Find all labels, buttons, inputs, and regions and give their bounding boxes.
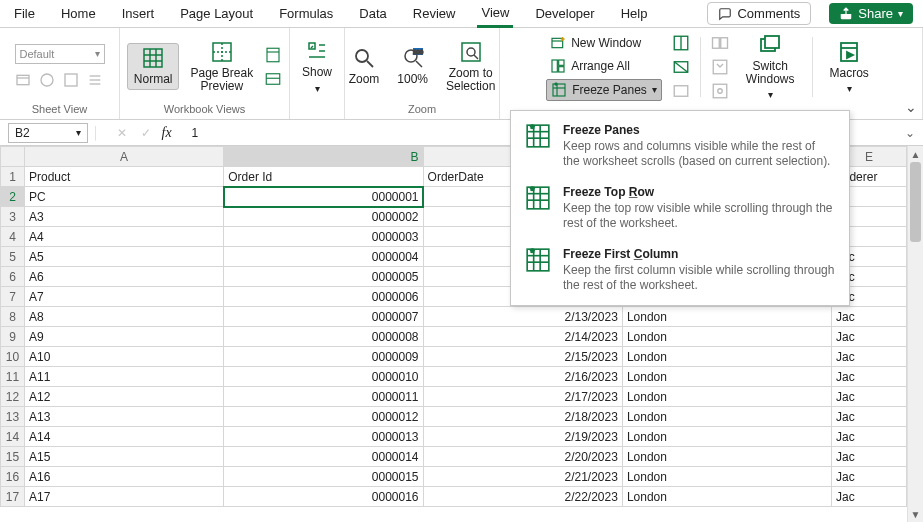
arrange-all-button[interactable]: Arrange All: [546, 56, 662, 76]
page-layout-icon[interactable]: [264, 46, 282, 64]
cell[interactable]: 2/20/2023: [423, 447, 622, 467]
side-by-side-icon[interactable]: [711, 34, 729, 52]
cell[interactable]: 0000013: [224, 427, 423, 447]
split-icon[interactable]: [672, 34, 690, 52]
cell[interactable]: 0000007: [224, 307, 423, 327]
scroll-up-icon[interactable]: ▲: [908, 146, 923, 162]
row-header-13[interactable]: 13: [1, 407, 25, 427]
cell[interactable]: A8: [24, 307, 223, 327]
cell[interactable]: 0000009: [224, 347, 423, 367]
cell[interactable]: PC: [24, 187, 223, 207]
tab-insert[interactable]: Insert: [118, 1, 159, 26]
tab-formulas[interactable]: Formulas: [275, 1, 337, 26]
scroll-down-icon[interactable]: ▼: [908, 506, 923, 522]
cell[interactable]: A14: [24, 427, 223, 447]
fx-icon[interactable]: fx: [162, 125, 172, 141]
cell[interactable]: 2/16/2023: [423, 367, 622, 387]
row-header-4[interactable]: 4: [1, 227, 25, 247]
select-all-cell[interactable]: [1, 147, 25, 167]
page-break-button[interactable]: Page Break Preview: [183, 37, 260, 96]
cell[interactable]: London: [622, 327, 831, 347]
tab-file[interactable]: File: [10, 1, 39, 26]
new-window-button[interactable]: New Window: [546, 33, 662, 53]
cell[interactable]: A9: [24, 327, 223, 347]
reset-pos-icon[interactable]: [711, 82, 729, 100]
name-box[interactable]: B2▾: [8, 123, 88, 143]
cell[interactable]: A13: [24, 407, 223, 427]
row-header-16[interactable]: 16: [1, 467, 25, 487]
cell[interactable]: Jac: [832, 347, 907, 367]
cell[interactable]: London: [622, 387, 831, 407]
switch-windows-button[interactable]: Switch Windows▾: [739, 30, 802, 103]
cell[interactable]: Jac: [832, 327, 907, 347]
cell[interactable]: A17: [24, 487, 223, 507]
macros-button[interactable]: Macros▾: [823, 37, 876, 97]
share-button[interactable]: Share ▾: [829, 3, 913, 24]
tab-review[interactable]: Review: [409, 1, 460, 26]
cell[interactable]: 2/21/2023: [423, 467, 622, 487]
cell[interactable]: 0000006: [224, 287, 423, 307]
tab-page-layout[interactable]: Page Layout: [176, 1, 257, 26]
show-button[interactable]: Show ▾: [295, 36, 339, 96]
cell[interactable]: 0000014: [224, 447, 423, 467]
cell[interactable]: 0000016: [224, 487, 423, 507]
freeze-panes-item[interactable]: * Freeze Panes Keep rows and columns vis…: [511, 115, 849, 177]
cell[interactable]: 0000008: [224, 327, 423, 347]
cell[interactable]: 2/18/2023: [423, 407, 622, 427]
cell[interactable]: Product: [24, 167, 223, 187]
cell[interactable]: A11: [24, 367, 223, 387]
cell[interactable]: A5: [24, 247, 223, 267]
cell[interactable]: 2/13/2023: [423, 307, 622, 327]
cell[interactable]: A6: [24, 267, 223, 287]
expand-formula-icon[interactable]: ⌄: [905, 126, 915, 140]
cell[interactable]: 2/22/2023: [423, 487, 622, 507]
row-header-1[interactable]: 1: [1, 167, 25, 187]
sheet-view-dropdown[interactable]: Default▾: [15, 44, 105, 64]
cell[interactable]: 0000002: [224, 207, 423, 227]
cell[interactable]: Jac: [832, 447, 907, 467]
cell[interactable]: 0000015: [224, 467, 423, 487]
cell[interactable]: 2/17/2023: [423, 387, 622, 407]
cell[interactable]: London: [622, 467, 831, 487]
scroll-thumb[interactable]: [910, 162, 921, 242]
tab-home[interactable]: Home: [57, 1, 100, 26]
freeze-panes-button[interactable]: * Freeze Panes ▾: [546, 79, 662, 101]
row-header-5[interactable]: 5: [1, 247, 25, 267]
cell[interactable]: Jac: [832, 387, 907, 407]
tab-view[interactable]: View: [477, 0, 513, 28]
cell[interactable]: London: [622, 367, 831, 387]
cell[interactable]: A12: [24, 387, 223, 407]
keep-icon[interactable]: [15, 72, 31, 88]
zoom-100-button[interactable]: 100 100%: [390, 43, 435, 89]
row-header-11[interactable]: 11: [1, 367, 25, 387]
cell[interactable]: 2/15/2023: [423, 347, 622, 367]
options-icon[interactable]: [87, 72, 103, 88]
comments-button[interactable]: Comments: [707, 2, 811, 25]
row-header-8[interactable]: 8: [1, 307, 25, 327]
exit-icon[interactable]: [39, 72, 55, 88]
cell[interactable]: 0000003: [224, 227, 423, 247]
cell[interactable]: London: [622, 407, 831, 427]
cell[interactable]: 0000010: [224, 367, 423, 387]
normal-view-button[interactable]: Normal: [127, 43, 180, 89]
cancel-formula-icon[interactable]: ✕: [114, 126, 130, 140]
custom-views-icon[interactable]: [264, 70, 282, 88]
zoom-to-selection-button[interactable]: Zoom to Selection: [439, 37, 502, 96]
cell[interactable]: 0000011: [224, 387, 423, 407]
cell[interactable]: 2/14/2023: [423, 327, 622, 347]
formula-value[interactable]: 1: [180, 126, 199, 140]
cell[interactable]: Jac: [832, 487, 907, 507]
cell[interactable]: A16: [24, 467, 223, 487]
tab-help[interactable]: Help: [617, 1, 652, 26]
hide-icon[interactable]: [672, 58, 690, 76]
freeze-first-col-item[interactable]: * Freeze First Column Keep the first col…: [511, 239, 849, 301]
cell[interactable]: A15: [24, 447, 223, 467]
tab-developer[interactable]: Developer: [531, 1, 598, 26]
cell[interactable]: A7: [24, 287, 223, 307]
cell[interactable]: Order Id: [224, 167, 423, 187]
cell[interactable]: Jac: [832, 407, 907, 427]
cell[interactable]: London: [622, 427, 831, 447]
new-icon[interactable]: [63, 72, 79, 88]
row-header-17[interactable]: 17: [1, 487, 25, 507]
cell[interactable]: London: [622, 447, 831, 467]
